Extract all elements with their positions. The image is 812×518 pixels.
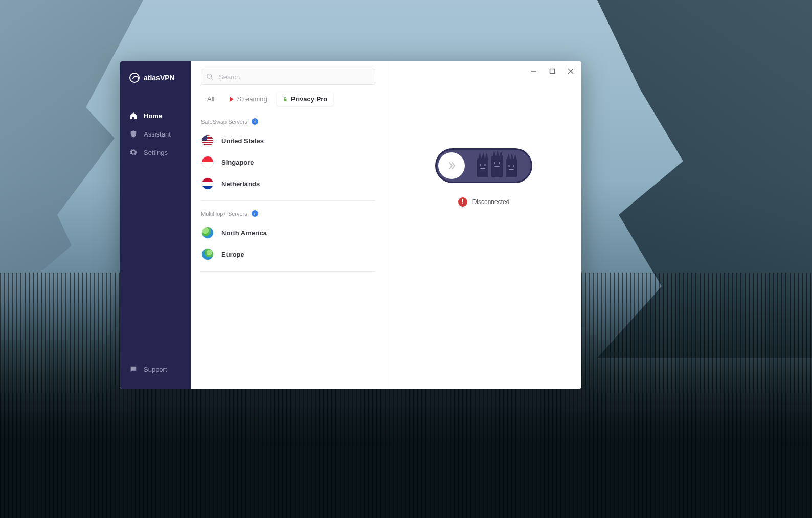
lock-icon [283,97,288,102]
server-label: United States [221,137,264,145]
connection-panel: ! Disconnected [386,61,581,389]
tab-privacy-pro[interactable]: Privacy Pro [277,92,334,106]
shield-icon [129,130,138,138]
server-tabs: All Streaming Privacy Pro [201,92,375,106]
tab-label: All [207,95,214,103]
sidebar-item-assistant[interactable]: Assistant [120,126,191,142]
tab-label: Streaming [237,95,267,103]
tab-label: Privacy Pro [291,95,328,103]
tab-streaming[interactable]: Streaming [223,92,273,106]
server-label: North America [221,229,267,237]
play-icon [230,97,234,102]
atlas-logo-icon [129,73,140,83]
server-panel: All Streaming Privacy Pro SafeSwap Serve… [191,61,386,389]
section-divider [201,200,375,201]
flag-nl-icon [202,178,213,189]
globe-eu-icon [202,249,213,260]
support-label: Support [144,366,167,373]
search-input[interactable] [201,69,375,85]
info-icon[interactable]: i [252,118,258,125]
search-wrap [201,69,375,85]
connect-toggle-knob [438,152,465,179]
section-header-multihop: MultiHop+ Servers i [201,210,375,217]
chat-icon [129,365,138,373]
app-logo: atlasVPN [120,73,191,83]
app-name: atlasVPN [144,74,175,82]
server-item-sg[interactable]: Singapore [201,151,375,173]
chevron-right-icon [446,161,457,171]
connection-status-label: Disconnected [472,198,510,206]
window-controls [530,67,574,75]
server-item-europe[interactable]: Europe [201,243,375,265]
section-header-safeswap: SafeSwap Servers i [201,118,375,125]
maximize-icon [549,68,555,74]
toggle-area: ! Disconnected [435,148,532,207]
maximize-button[interactable] [549,67,556,75]
server-label: Singapore [221,159,254,166]
server-item-us[interactable]: United States [201,130,375,151]
close-icon [568,68,574,74]
flag-sg-icon [202,156,213,168]
connection-status: ! Disconnected [458,197,510,207]
sidebar-item-settings[interactable]: Settings [120,144,191,161]
search-icon [206,73,214,81]
server-label: Netherlands [221,180,260,188]
svg-rect-1 [550,69,555,74]
section-title: SafeSwap Servers [201,119,247,125]
sidebar-item-home[interactable]: Home [120,107,191,124]
close-button[interactable] [567,67,574,75]
minimize-icon [531,68,537,74]
flag-us-icon [202,135,213,146]
sidebar-item-label: Settings [144,149,168,156]
server-item-nl[interactable]: Netherlands [201,173,375,194]
sidebar-nav: Home Assistant Settings [120,107,191,161]
sidebar-support[interactable]: Support [120,361,191,377]
alert-icon: ! [458,197,467,207]
section-divider [201,271,375,272]
server-item-north-america[interactable]: North America [201,222,375,243]
sidebar: atlasVPN Home Assistant Settings [120,61,191,389]
section-title: MultiHop+ Servers [201,211,247,217]
gear-icon [129,148,138,156]
globe-na-icon [202,227,213,238]
sidebar-item-label: Assistant [144,130,171,138]
tab-all[interactable]: All [201,92,220,106]
connect-toggle[interactable] [435,148,532,183]
minimize-button[interactable] [530,67,537,75]
info-icon[interactable]: i [252,210,258,217]
server-label: Europe [221,251,244,258]
toggle-mascot [468,154,526,177]
home-icon [129,111,138,120]
app-window: atlasVPN Home Assistant Settings [120,61,581,389]
sidebar-item-label: Home [144,112,162,120]
